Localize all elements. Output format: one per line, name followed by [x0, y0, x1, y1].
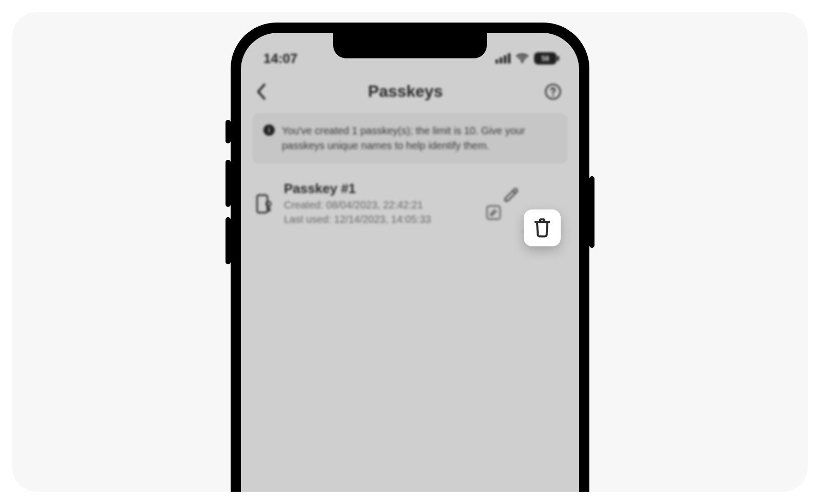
- screen-header: Passkeys: [241, 69, 579, 113]
- passkey-row: Passkey #1 Created: 08/04/2023, 22:42:21…: [252, 178, 568, 229]
- trash-icon: [532, 217, 552, 239]
- app-layer: 14:07: [241, 33, 579, 492]
- passkey-name: Passkey #1: [284, 181, 493, 197]
- passkey-created: Created: 08/04/2023, 22:42:21: [284, 198, 493, 212]
- svg-point-1: [552, 94, 554, 96]
- help-button[interactable]: [544, 83, 562, 100]
- card-container: 14:07: [12, 12, 808, 492]
- info-banner: i You've created 1 passkey(s); the limit…: [252, 113, 568, 163]
- passkey-last-used: Last used: 12/14/2023, 14:05:33: [284, 212, 493, 226]
- status-time: 14:07: [263, 51, 298, 67]
- info-message: You've created 1 passkey(s); the limit i…: [282, 123, 557, 153]
- phone-volume-up: [225, 160, 231, 207]
- device-passkey-icon: [254, 194, 275, 214]
- delete-button[interactable]: [524, 209, 561, 246]
- phone-frame: 14:07: [231, 23, 589, 492]
- phone-mute-switch: [225, 120, 231, 143]
- phone-volume-down: [225, 217, 231, 264]
- back-button[interactable]: [255, 83, 266, 100]
- battery-percent: 58: [541, 54, 549, 62]
- edit-button[interactable]: [502, 186, 520, 221]
- phone-power-button: [589, 176, 594, 248]
- phone-notch: [333, 33, 487, 58]
- battery-icon: 58: [534, 52, 557, 65]
- cellular-icon: [496, 53, 510, 64]
- info-icon: i: [263, 124, 275, 136]
- wifi-icon: [516, 53, 529, 64]
- page-title: Passkeys: [368, 82, 443, 101]
- phone-screen: 14:07: [241, 33, 579, 492]
- status-indicators: 58: [496, 52, 557, 65]
